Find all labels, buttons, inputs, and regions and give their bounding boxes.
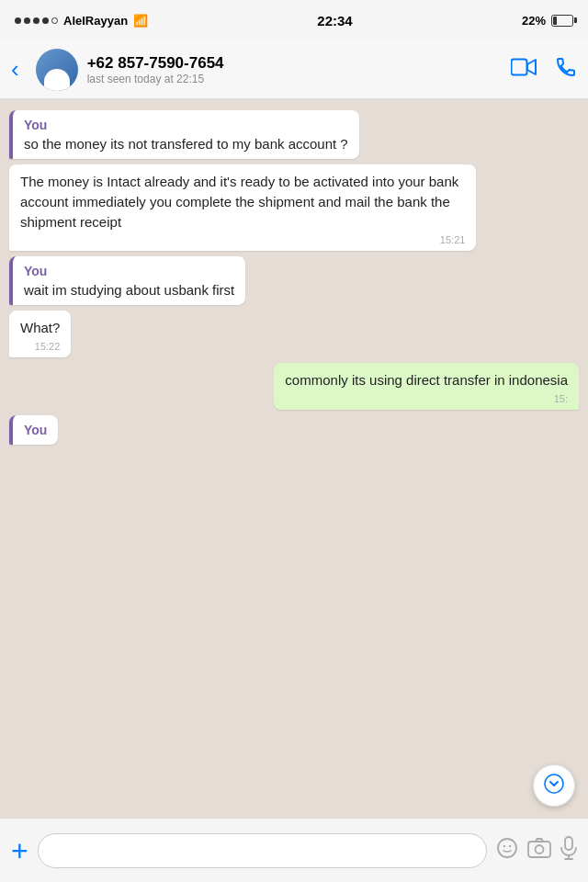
message-you-3: You bbox=[9, 415, 58, 445]
video-call-icon[interactable] bbox=[511, 58, 537, 82]
signal-dot-5 bbox=[51, 17, 58, 24]
battery-icon bbox=[551, 15, 573, 27]
back-button[interactable]: ‹ bbox=[11, 51, 27, 87]
you-label-3: You bbox=[24, 423, 47, 437]
message-you-2: You wait im studying about usbank first bbox=[9, 256, 245, 305]
status-right: 22% bbox=[522, 14, 573, 28]
svg-rect-0 bbox=[512, 59, 527, 74]
message-you-1: You so the money its not transfered to m… bbox=[9, 110, 359, 159]
signal-dot-4 bbox=[42, 17, 49, 24]
message-sent-1: commonly its using direct transfer in in… bbox=[274, 363, 579, 410]
signal-dot-3 bbox=[33, 17, 40, 24]
status-left: AlelRayyan 📶 bbox=[15, 14, 148, 28]
status-time: 22:34 bbox=[317, 13, 352, 28]
battery-percent: 22% bbox=[522, 14, 546, 28]
svg-point-6 bbox=[536, 845, 544, 854]
received-time-1: 15:21 bbox=[20, 234, 465, 245]
you-label-2: You bbox=[24, 264, 234, 278]
you-text-1: so the money its not transfered to my ba… bbox=[24, 134, 348, 153]
phone-call-icon[interactable] bbox=[555, 56, 577, 84]
signal-indicator bbox=[15, 17, 58, 24]
signal-dot-2 bbox=[24, 17, 30, 24]
you-label-1: You bbox=[24, 118, 348, 132]
svg-rect-7 bbox=[565, 837, 572, 850]
chat-area: You so the money its not transfered to m… bbox=[0, 99, 588, 818]
add-button[interactable]: + bbox=[11, 836, 28, 865]
wifi-icon: 📶 bbox=[133, 14, 148, 28]
chat-header: ‹ +62 857-7590-7654 last seen today at 2… bbox=[0, 40, 588, 99]
contact-avatar[interactable] bbox=[36, 49, 78, 91]
sent-text-1: commonly its using direct transfer in in… bbox=[285, 370, 568, 390]
scroll-to-bottom-button[interactable] bbox=[533, 764, 575, 807]
received-text-1: The money is Intact already and it's rea… bbox=[20, 172, 465, 232]
svg-point-1 bbox=[545, 775, 563, 793]
svg-rect-5 bbox=[528, 842, 550, 857]
emoji-button[interactable] bbox=[496, 837, 518, 865]
svg-point-4 bbox=[509, 844, 511, 846]
message-received-1: The money is Intact already and it's rea… bbox=[9, 164, 476, 251]
carrier-name: AlelRayyan bbox=[63, 14, 128, 28]
message-input[interactable] bbox=[38, 833, 487, 868]
signal-dot-1 bbox=[15, 17, 21, 24]
header-icons bbox=[511, 56, 577, 84]
microphone-button[interactable] bbox=[560, 836, 577, 865]
you-text-2: wait im studying about usbank first bbox=[24, 280, 234, 300]
contact-name: +62 857-7590-7654 bbox=[87, 54, 502, 73]
svg-point-2 bbox=[498, 839, 516, 857]
contact-status: last seen today at 22:15 bbox=[87, 73, 502, 85]
camera-button[interactable] bbox=[527, 838, 551, 864]
received-text-2: What? bbox=[20, 318, 60, 338]
message-received-2: What? 15:22 bbox=[9, 311, 71, 357]
contact-info[interactable]: +62 857-7590-7654 last seen today at 22:… bbox=[87, 54, 502, 85]
status-bar: AlelRayyan 📶 22:34 22% bbox=[0, 0, 588, 40]
chevron-down-icon bbox=[544, 774, 564, 797]
svg-point-3 bbox=[503, 844, 505, 846]
input-bar: + bbox=[0, 818, 588, 882]
sent-time-1: 15: bbox=[285, 393, 568, 404]
received-time-2: 15:22 bbox=[20, 341, 60, 352]
